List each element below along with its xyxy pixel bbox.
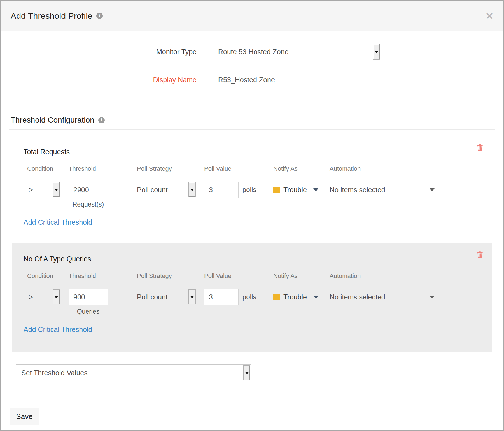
col-notify-as: Notify As [273,272,330,280]
col-poll-value: Poll Value [204,272,273,280]
poll-value-input[interactable] [204,182,239,198]
trouble-color-swatch [273,294,280,300]
threshold-cell: Queries [69,289,137,315]
col-poll-strategy: Poll Strategy [137,165,204,172]
trash-icon [477,144,483,151]
chevron-down-icon[interactable] [373,44,380,60]
col-automation: Automation [330,165,443,172]
condition-value: > [29,293,33,301]
condition-value: > [29,186,33,194]
col-automation: Automation [330,272,443,280]
caret-down-icon [313,296,318,299]
column-headers: Condition Threshold Poll Strategy Poll V… [24,272,443,280]
threshold-block-a-type-queries: No.Of A Type Queries Condition Threshold… [12,243,492,352]
caret-down-icon [430,188,435,191]
monitor-type-selected-value: Route 53 Hosted Zone [218,48,289,56]
top-form: Monitor Type Route 53 Hosted Zone Displa… [1,31,503,88]
poll-unit-label: polls [242,293,256,301]
col-poll-value: Poll Value [204,165,273,172]
col-threshold: Threshold [69,272,137,280]
attribute-title: No.Of A Type Queries [24,254,492,263]
col-poll-strategy: Poll Strategy [137,272,204,280]
automation-value: No items selected [330,293,385,301]
delete-threshold-icon[interactable] [477,251,483,258]
col-notify-as: Notify As [273,165,330,172]
poll-strategy-value: Poll count [137,186,168,194]
display-name-input[interactable] [213,71,381,88]
display-name-label: Display Name [1,76,213,84]
dialog-header: Add Threshold Profile × [1,1,503,31]
monitor-type-select[interactable]: Route 53 Hosted Zone [213,43,381,60]
poll-value-cell: polls [204,289,273,305]
header-divider [24,283,443,283]
threshold-input[interactable] [69,289,108,305]
threshold-table: Condition Threshold Poll Strategy Poll V… [24,165,443,208]
threshold-configuration-heading: Threshold Configuration [11,115,503,125]
automation-dropdown[interactable]: No items selected [330,182,443,198]
threshold-row: > Request(s) Poll count polls Tro [24,182,443,208]
monitor-type-row: Monitor Type Route 53 Hosted Zone [1,43,503,60]
caret-down-icon [430,296,435,299]
automation-dropdown[interactable]: No items selected [330,289,443,305]
poll-value-cell: polls [204,182,273,198]
threshold-cell: Request(s) [69,182,137,208]
chevron-down-icon[interactable] [53,289,60,304]
footer-divider [1,399,503,399]
col-condition: Condition [27,165,69,172]
monitor-type-label: Monitor Type [1,48,213,56]
delete-threshold-icon[interactable] [477,144,483,151]
poll-value-input[interactable] [204,289,239,305]
condition-select[interactable]: > [27,289,69,305]
set-threshold-values-field: Set Threshold Values [16,364,251,381]
set-threshold-values-value: Set Threshold Values [21,369,88,377]
threshold-unit-label: Request(s) [69,201,108,208]
notify-as-dropdown[interactable]: Trouble [273,289,330,305]
col-condition: Condition [27,272,69,280]
trouble-color-swatch [273,187,280,193]
notify-as-dropdown[interactable]: Trouble [273,182,330,198]
column-headers: Condition Threshold Poll Strategy Poll V… [24,165,443,172]
poll-unit-label: polls [242,186,256,194]
save-button[interactable]: Save [10,408,39,425]
header-divider [24,176,443,176]
notify-as-value: Trouble [283,186,307,194]
display-name-row: Display Name [1,71,503,88]
add-critical-threshold-link[interactable]: Add Critical Threshold [24,325,92,334]
threshold-row: > Queries Poll count polls Troubl [24,289,443,315]
add-critical-threshold-link[interactable]: Add Critical Threshold [24,218,92,226]
threshold-block-total-requests: Total Requests Condition Threshold Poll … [1,130,503,243]
info-icon[interactable] [96,13,103,19]
poll-strategy-value: Poll count [137,293,168,301]
attribute-title: Total Requests [24,147,503,156]
threshold-table: Condition Threshold Poll Strategy Poll V… [24,272,443,315]
info-icon[interactable] [98,117,105,123]
caret-down-icon [313,188,318,191]
poll-strategy-select[interactable]: Poll count [137,289,196,305]
add-threshold-profile-dialog: Add Threshold Profile × Monitor Type Rou… [0,0,504,431]
col-threshold: Threshold [69,165,137,172]
section-title: Threshold Configuration [11,116,94,125]
chevron-down-icon[interactable] [188,182,196,197]
chevron-down-icon[interactable] [53,182,60,197]
chevron-down-icon[interactable] [188,289,196,304]
condition-select[interactable]: > [27,182,69,198]
notify-as-value: Trouble [283,293,307,301]
close-icon[interactable]: × [486,9,493,23]
chevron-down-icon[interactable] [243,365,250,380]
automation-value: No items selected [330,186,385,194]
threshold-input[interactable] [69,182,108,198]
dialog-title: Add Threshold Profile [11,11,92,21]
trash-icon [477,251,483,258]
set-threshold-values-select[interactable]: Set Threshold Values [16,364,251,381]
poll-strategy-select[interactable]: Poll count [137,182,196,198]
threshold-unit-label: Queries [69,308,108,315]
